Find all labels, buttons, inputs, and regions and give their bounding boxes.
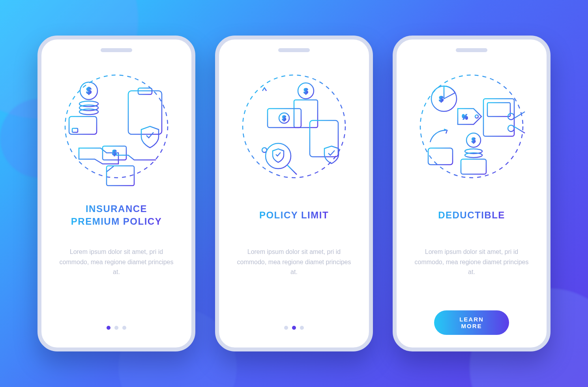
- svg-text:$: $: [112, 149, 116, 157]
- illustration-policy-limit: $ $: [235, 67, 353, 186]
- screen-title: INSURANCE PREMIUM POLICY: [71, 201, 162, 229]
- svg-point-5: [79, 109, 98, 115]
- svg-text:$: $: [439, 95, 443, 103]
- svg-text:$: $: [86, 86, 91, 96]
- svg-text:%: %: [462, 114, 468, 120]
- svg-text:$: $: [283, 115, 286, 122]
- phone-notch: [278, 48, 310, 52]
- page-dot-3[interactable]: [300, 326, 304, 330]
- phone-mockup-3: $ % $ DEDUCTIBLE Lorem ipsum d: [393, 36, 551, 351]
- screen-description: Lorem ipsum dolor sit amet, pri id commo…: [237, 247, 351, 277]
- page-dot-2[interactable]: [114, 326, 118, 330]
- svg-text:$: $: [304, 87, 308, 95]
- svg-point-35: [420, 75, 523, 178]
- svg-line-34: [287, 165, 297, 175]
- svg-point-38: [475, 115, 478, 118]
- svg-rect-6: [69, 116, 97, 134]
- svg-text:$: $: [472, 137, 476, 144]
- illustration-insurance-premium: $ $: [57, 67, 176, 186]
- svg-point-44: [508, 125, 514, 132]
- phone-notch: [456, 48, 487, 52]
- svg-rect-47: [428, 148, 453, 165]
- page-dot-2[interactable]: [292, 326, 296, 330]
- illustration-deductible: $ % $: [412, 67, 531, 186]
- svg-rect-41: [487, 103, 510, 116]
- screen-title: POLICY LIMIT: [259, 201, 329, 229]
- screen-title: DEDUCTIBLE: [438, 201, 505, 229]
- svg-line-45: [514, 112, 525, 118]
- screen-description: Lorem ipsum dolor sit amet, pri id commo…: [59, 247, 174, 277]
- learn-more-button[interactable]: LEARN MORE: [434, 310, 509, 335]
- phone-mockup-2: $ $ POLICY LIMIT Lorem ipsum dolor sit a…: [215, 36, 373, 351]
- phone-notch: [101, 48, 132, 52]
- page-dots: [107, 326, 126, 330]
- page-dot-1[interactable]: [284, 326, 288, 330]
- svg-rect-8: [72, 128, 78, 132]
- screen-description: Lorem ipsum dolor sit amet, pri id commo…: [414, 247, 529, 277]
- page-dot-1[interactable]: [107, 326, 110, 330]
- page-dots: [284, 326, 304, 330]
- page-dot-3[interactable]: [122, 326, 126, 330]
- phone-mockup-1: $ $ INSURANCE PREMIUM POLICY: [37, 36, 195, 351]
- svg-point-33: [266, 143, 291, 169]
- phone-row: $ $ INSURANCE PREMIUM POLICY: [37, 36, 551, 351]
- svg-rect-53: [461, 159, 486, 174]
